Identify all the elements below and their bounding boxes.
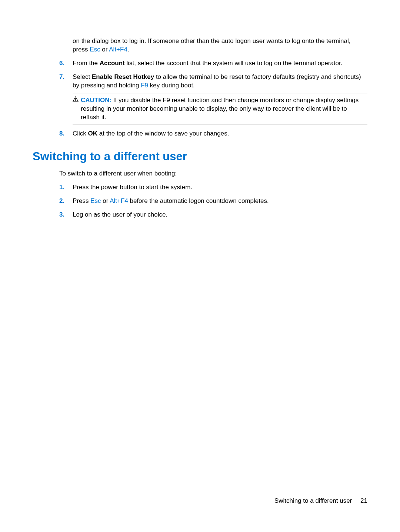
text: Log on as the user of your choice. [73,211,167,218]
ordered-list-lower: 1.Press the power button to start the sy… [59,183,367,219]
page-footer: Switching to a different user 21 [274,497,367,505]
svg-rect-0 [75,98,76,100]
ordered-list-upper: 6.From the Account list, select the acco… [59,59,367,90]
caution-label: CAUTION: [81,97,111,104]
caution-body: If you disable the F9 reset function and… [81,97,359,121]
text: list, select the account that the system… [125,60,343,67]
page-number: 21 [360,497,367,504]
intro-text: To switch to a different user when booti… [59,170,367,178]
keyboard-key: Esc [90,197,101,204]
text: Press the power button to start the syst… [73,184,192,191]
list-body: Select Enable Reset Hotkey to allow the … [73,73,367,90]
caution-icon [73,96,81,105]
list-body: Log on as the user of your choice. [73,211,367,219]
list-number: 2. [59,197,73,205]
text: Click [73,130,88,137]
list-item: 3.Log on as the user of your choice. [59,211,367,219]
key-esc: Esc [90,46,100,53]
text: key during boot. [148,82,195,89]
list-number: 1. [59,183,73,192]
list-body: Press Esc or Alt+F4 before the automatic… [73,197,367,205]
list-body: From the Account list, select the accoun… [73,59,367,68]
bold-text: OK [88,130,98,137]
list-item: 7.Select Enable Reset Hotkey to allow th… [59,73,367,90]
text: Select [73,73,92,80]
list-item: 2.Press Esc or Alt+F4 before the automat… [59,197,367,205]
list-item: 8. Click OK at the top of the window to … [59,130,367,138]
bold-text: Account [100,60,125,67]
text: . [127,46,129,53]
section-heading: Switching to a different user [33,149,367,164]
text: or [100,46,109,53]
bold-text: Enable Reset Hotkey [92,73,154,80]
footer-title: Switching to a different user [274,497,352,504]
list-item: 1.Press the power button to start the sy… [59,183,367,192]
list-number: 7. [59,73,73,90]
text: before the automatic logon countdown com… [128,197,269,204]
key-altf4: Alt+F4 [109,46,127,53]
list-number: 3. [59,211,73,219]
list-number: 8. [59,130,73,138]
caution-text: CAUTION: If you disable the F9 reset fun… [81,96,367,122]
list-number: 6. [59,59,73,68]
continuation-paragraph: on the dialog box to log in. If someone … [73,37,367,54]
text: Press [73,197,90,204]
list-body: Press the power button to start the syst… [73,183,367,192]
keyboard-key: F9 [141,82,148,89]
text: or [101,197,110,204]
text: at the top of the window to save your ch… [97,130,229,137]
caution-box: CAUTION: If you disable the F9 reset fun… [73,94,367,124]
keyboard-key: Alt+F4 [110,197,128,204]
svg-rect-1 [75,100,76,101]
list-body: Click OK at the top of the window to sav… [73,130,367,138]
text: From the [73,60,100,67]
list-item: 6.From the Account list, select the acco… [59,59,367,68]
